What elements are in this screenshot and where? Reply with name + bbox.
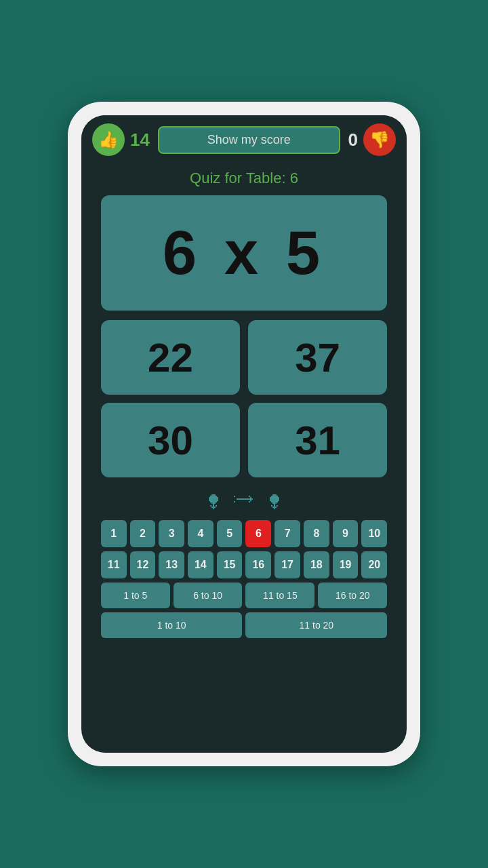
num-btn-2[interactable]: 2 — [130, 520, 156, 547]
range-btn-2[interactable]: 11 to 15 — [245, 583, 314, 608]
answers-grid: 22 37 30 31 — [101, 320, 387, 477]
thumbs-down-icon: 👎 — [369, 130, 390, 149]
range-row-2: 1 to 1011 to 20 — [101, 612, 387, 638]
phone-frame: 👍 14 Show my score 0 👎 Quiz for Table: 6… — [68, 102, 420, 766]
num-btn-15[interactable]: 15 — [217, 551, 243, 578]
score-left: 14 — [130, 130, 150, 151]
range-row-1: 1 to 56 to 1011 to 1516 to 20 — [101, 583, 387, 608]
num-btn-20[interactable]: 20 — [361, 551, 387, 578]
question-box: 6 x 5 — [101, 195, 387, 311]
answer-option-4[interactable]: 31 — [248, 403, 387, 477]
num-btn-16[interactable]: 16 — [245, 551, 271, 578]
num-btn-10[interactable]: 10 — [361, 520, 387, 547]
answer-option-2[interactable]: 37 — [248, 320, 387, 395]
num-btn-5[interactable]: 5 — [217, 520, 243, 547]
answer-option-1[interactable]: 22 — [101, 320, 240, 395]
range-btn-0[interactable]: 1 to 5 — [101, 583, 170, 608]
decorative-divider: ⧭ ⧴ ⧭ — [202, 488, 286, 513]
answer-option-3[interactable]: 30 — [101, 403, 240, 477]
show-score-button[interactable]: Show my score — [158, 126, 340, 154]
quiz-title: Quiz for Table: 6 — [190, 164, 298, 195]
question-text: 6 x 5 — [163, 218, 325, 288]
range-btn-3[interactable]: 16 to 20 — [318, 583, 387, 608]
num-btn-6[interactable]: 6 — [245, 520, 271, 547]
num-btn-19[interactable]: 19 — [333, 551, 359, 578]
num-btn-18[interactable]: 18 — [304, 551, 329, 578]
app-screen: 👍 14 Show my score 0 👎 Quiz for Table: 6… — [81, 115, 407, 753]
thumbs-up-button[interactable]: 👍 — [92, 123, 125, 156]
num-btn-1[interactable]: 1 — [101, 520, 127, 547]
num-btn-8[interactable]: 8 — [304, 520, 329, 547]
num-btn-14[interactable]: 14 — [188, 551, 214, 578]
range-btn-wide-0[interactable]: 1 to 10 — [101, 612, 243, 638]
num-btn-12[interactable]: 12 — [130, 551, 156, 578]
score-right: 0 — [348, 130, 358, 151]
num-btn-4[interactable]: 4 — [188, 520, 214, 547]
number-grid-row1: 12345678910 — [101, 520, 387, 547]
range-btn-wide-1[interactable]: 11 to 20 — [245, 612, 387, 638]
num-btn-3[interactable]: 3 — [159, 520, 184, 547]
num-btn-17[interactable]: 17 — [274, 551, 300, 578]
number-grid-row2: 11121314151617181920 — [101, 551, 387, 578]
num-btn-13[interactable]: 13 — [159, 551, 184, 578]
header: 👍 14 Show my score 0 👎 — [81, 115, 407, 164]
num-btn-11[interactable]: 11 — [101, 551, 127, 578]
num-btn-9[interactable]: 9 — [333, 520, 359, 547]
thumbs-down-button[interactable]: 👎 — [363, 123, 396, 156]
thumbs-up-icon: 👍 — [98, 130, 119, 149]
range-btn-1[interactable]: 6 to 10 — [174, 583, 243, 608]
num-btn-7[interactable]: 7 — [274, 520, 300, 547]
